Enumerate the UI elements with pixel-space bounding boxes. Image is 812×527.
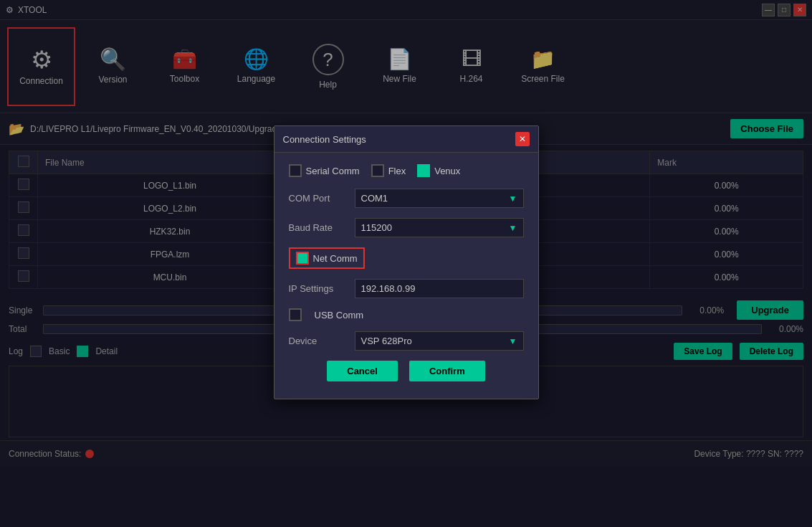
ip-settings-row: IP Settings bbox=[289, 279, 524, 298]
baud-rate-row: Baud Rate 115200 ▼ bbox=[289, 218, 524, 237]
modal-overlay: Connection Settings ✕ Serial Comm Flex V… bbox=[0, 0, 812, 527]
serial-comm-item: Serial Comm bbox=[289, 164, 360, 177]
venux-label: Venux bbox=[434, 166, 460, 176]
flex-label: Flex bbox=[388, 166, 406, 176]
modal-buttons: Cancel Confirm bbox=[289, 361, 524, 381]
ip-settings-label: IP Settings bbox=[289, 283, 346, 294]
baud-rate-select[interactable]: 115200 ▼ bbox=[355, 218, 524, 237]
device-label: Device bbox=[289, 336, 346, 346]
net-comm-checkbox[interactable] bbox=[296, 252, 309, 265]
net-comm-label: Net Comm bbox=[313, 253, 358, 264]
usb-comm-label: USB Comm bbox=[315, 310, 364, 321]
com-port-label: COM Port bbox=[289, 193, 346, 204]
serial-comm-checkbox[interactable] bbox=[289, 164, 302, 177]
net-comm-highlight: Net Comm bbox=[289, 247, 365, 269]
device-row: Device VSP 628Pro ▼ bbox=[289, 331, 524, 351]
net-comm-row: Net Comm bbox=[289, 247, 524, 269]
com-port-value: COM1 bbox=[361, 193, 388, 204]
venux-checkbox[interactable] bbox=[417, 164, 430, 177]
modal-close-button[interactable]: ✕ bbox=[515, 132, 530, 146]
flex-checkbox[interactable] bbox=[371, 164, 384, 177]
modal-title: Connection Settings bbox=[283, 134, 366, 145]
serial-comm-label: Serial Comm bbox=[306, 166, 360, 176]
com-port-select[interactable]: COM1 ▼ bbox=[355, 189, 524, 208]
baud-rate-value: 115200 bbox=[361, 222, 392, 233]
baud-rate-label: Baud Rate bbox=[289, 222, 346, 233]
venux-item: Venux bbox=[417, 164, 460, 177]
device-arrow-icon: ▼ bbox=[509, 336, 517, 346]
com-port-arrow-icon: ▼ bbox=[509, 194, 517, 204]
modal-header: Connection Settings ✕ bbox=[274, 126, 538, 153]
baud-rate-arrow-icon: ▼ bbox=[509, 223, 517, 233]
ip-settings-input[interactable] bbox=[355, 279, 524, 298]
cancel-button[interactable]: Cancel bbox=[327, 361, 398, 381]
usb-comm-row: USB Comm bbox=[289, 308, 524, 321]
flex-item: Flex bbox=[371, 164, 406, 177]
device-select[interactable]: VSP 628Pro ▼ bbox=[355, 331, 524, 351]
usb-comm-checkbox[interactable] bbox=[289, 308, 302, 321]
comm-type-checkboxes: Serial Comm Flex Venux bbox=[289, 164, 524, 177]
confirm-button[interactable]: Confirm bbox=[409, 361, 485, 381]
connection-settings-modal: Connection Settings ✕ Serial Comm Flex V… bbox=[274, 125, 539, 399]
device-value: VSP 628Pro bbox=[361, 336, 412, 346]
modal-body: Serial Comm Flex Venux COM Port COM1 ▼ bbox=[274, 153, 538, 387]
com-port-row: COM Port COM1 ▼ bbox=[289, 189, 524, 208]
